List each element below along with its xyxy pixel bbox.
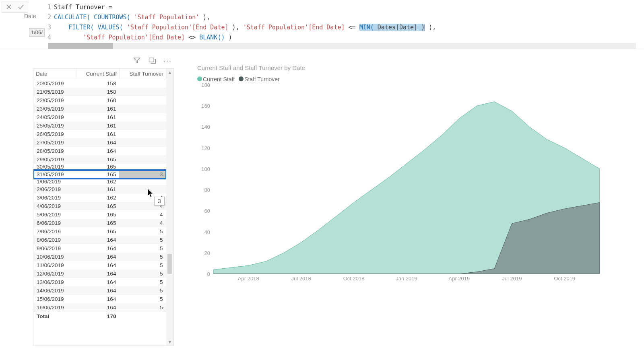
table-row[interactable]: 1/06/2019162 — [33, 179, 166, 185]
table-row[interactable]: 11/06/20191645 — [33, 261, 166, 269]
table-row[interactable]: 8/06/20191645 — [33, 236, 166, 244]
chart-plot[interactable]: 180160140120100806040200 Apr 2018Jul 201… — [197, 85, 608, 282]
cell-tooltip: 3 — [154, 197, 165, 206]
table-row[interactable]: 7/06/20191655 — [33, 227, 166, 236]
x-tick: Apr 2018 — [238, 276, 259, 282]
table-row[interactable]: 6/06/20191654 — [33, 219, 166, 227]
x-tick: Jul 2018 — [291, 276, 311, 282]
table-row[interactable]: 24/05/2019161 — [33, 113, 166, 121]
table-row[interactable]: 12/06/20191645 — [33, 269, 166, 278]
table-row[interactable]: 31/05/20191653 — [33, 170, 166, 179]
y-tick: 120 — [197, 145, 210, 151]
x-tick: Apr 2019 — [449, 276, 470, 282]
table-row[interactable]: 14/06/20191645 — [33, 286, 166, 295]
formula-hscroll[interactable] — [48, 43, 636, 49]
chart-visual[interactable]: Current Staff and Staff Turnover by Date… — [197, 64, 608, 302]
y-tick: 160 — [197, 103, 210, 109]
y-tick: 0 — [197, 271, 210, 277]
y-tick: 100 — [197, 166, 210, 172]
x-tick: Oct 2019 — [554, 276, 575, 282]
table-visual[interactable]: Date Current Staff Staff Turnover 20/05/… — [33, 68, 174, 346]
scroll-down-icon[interactable]: ▼ — [166, 338, 173, 346]
scroll-up-icon[interactable]: ▲ — [166, 69, 173, 76]
table-total-row: Total 170 — [33, 312, 166, 321]
commit-icon[interactable] — [17, 3, 25, 12]
col-date[interactable]: Date — [33, 69, 76, 79]
visual-toolbar: ··· — [133, 56, 172, 66]
more-options-icon[interactable]: ··· — [163, 57, 172, 65]
y-tick: 180 — [197, 82, 210, 88]
table-row[interactable]: 16/06/20191645 — [33, 303, 166, 312]
table-row[interactable]: 2/06/2019161 — [33, 185, 166, 193]
table-row[interactable]: 23/05/2019161 — [33, 105, 166, 113]
x-tick: Jul 2019 — [502, 276, 522, 282]
x-tick: Jan 2019 — [396, 276, 417, 282]
y-tick: 80 — [197, 187, 210, 193]
y-tick: 40 — [197, 229, 210, 235]
y-tick: 140 — [197, 124, 210, 130]
table-row[interactable]: 15/06/20191645 — [33, 295, 166, 303]
formula-confirm-bar — [2, 2, 28, 13]
x-tick: Oct 2018 — [343, 276, 365, 282]
focus-mode-icon[interactable] — [148, 56, 156, 66]
table-row[interactable]: 27/05/2019164 — [33, 138, 166, 147]
svg-rect-0 — [149, 58, 154, 62]
y-tick: 60 — [197, 208, 210, 214]
table-row[interactable]: 10/06/20191645 — [33, 253, 166, 261]
table-row[interactable]: 5/06/20191654 — [33, 210, 166, 219]
table-row[interactable]: 25/05/2019161 — [33, 121, 166, 130]
cancel-icon[interactable] — [5, 3, 12, 12]
col-current[interactable]: Current Staff — [76, 69, 119, 79]
table-row[interactable]: 13/06/20191645 — [33, 278, 166, 286]
table-row[interactable]: 9/06/20191645 — [33, 244, 166, 253]
formula-editor[interactable]: Staff Turnover = CALCULATE( COUNTROWS( '… — [54, 2, 640, 43]
table-row[interactable]: 21/05/2019158 — [33, 88, 166, 96]
table-row[interactable]: 20/05/2019158 — [33, 79, 166, 88]
y-tick: 20 — [197, 250, 210, 256]
table-vscroll[interactable]: ▲ ▼ — [166, 69, 173, 346]
filter-icon[interactable] — [133, 56, 141, 66]
table-row[interactable]: 29/05/2019165 — [33, 155, 166, 164]
formula-bar: Date 1/06/ 1 2 3 4 Staff Turnover = CALC… — [0, 0, 644, 49]
table-row[interactable]: 22/05/2019160 — [33, 96, 166, 105]
table-row[interactable]: 4/06/20191654 — [33, 202, 166, 210]
legend-item[interactable]: Staff Turnover — [239, 76, 280, 82]
formula-line-numbers: 1 2 3 4 — [42, 2, 51, 43]
table-row[interactable]: 30/05/2019165 — [33, 164, 166, 170]
col-turnover[interactable]: Staff Turnover — [119, 69, 166, 79]
chart-title: Current Staff and Staff Turnover by Date — [197, 64, 608, 71]
table-row[interactable]: 26/05/2019161 — [33, 130, 166, 138]
table-row[interactable]: 28/05/2019164 — [33, 147, 166, 155]
slicer-label: Date — [24, 13, 36, 19]
chart-legend: Current Staff Staff Turnover — [197, 76, 608, 82]
data-table[interactable]: Date Current Staff Staff Turnover 20/05/… — [33, 69, 166, 321]
table-row[interactable]: 3/06/20191624 — [33, 193, 166, 202]
